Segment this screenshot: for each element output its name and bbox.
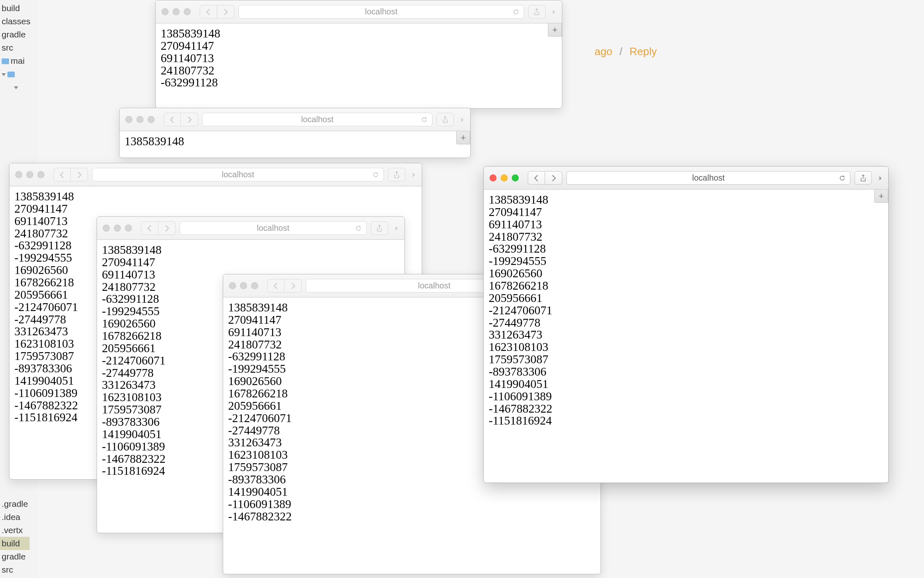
tree-item[interactable]	[0, 67, 37, 81]
maximize-button[interactable]	[148, 116, 155, 123]
address-text: localhost	[222, 170, 254, 179]
address-text: localhost	[365, 7, 397, 16]
chevron-left-icon	[170, 116, 175, 123]
minimize-button[interactable]	[26, 171, 33, 178]
nav-buttons	[53, 168, 88, 181]
back-button[interactable]	[528, 171, 545, 185]
address-bar[interactable]: localhost	[566, 171, 850, 185]
tree-item[interactable]: gradle	[0, 550, 30, 563]
reload-button[interactable]	[372, 171, 379, 179]
tree-item[interactable]: build	[0, 2, 37, 15]
safari-window: localhost ›› + 1385839148 270941147 6911…	[483, 166, 889, 483]
reload-button[interactable]	[420, 116, 428, 123]
tree-item[interactable]	[0, 81, 37, 94]
share-button[interactable]	[528, 5, 545, 19]
close-button[interactable]	[15, 171, 22, 178]
address-text: localhost	[418, 281, 450, 290]
chevron-left-icon	[534, 175, 539, 181]
forward-button[interactable]	[217, 5, 234, 19]
safari-window: localhost ›› + 1385839148	[119, 108, 471, 158]
reload-button[interactable]	[512, 8, 520, 16]
nav-buttons	[528, 171, 562, 185]
maximize-button[interactable]	[512, 174, 519, 181]
forward-button[interactable]	[181, 113, 198, 126]
share-icon	[376, 225, 383, 232]
chevron-left-icon	[147, 225, 152, 232]
share-icon	[534, 8, 540, 16]
share-button[interactable]	[855, 171, 872, 185]
share-icon	[393, 171, 400, 179]
tree-item[interactable]: .vertx	[0, 524, 30, 537]
chevron-right-icon	[187, 116, 192, 123]
tree-item[interactable]: src	[0, 563, 30, 576]
close-button[interactable]	[103, 225, 110, 232]
comment-time: ago	[594, 45, 612, 58]
page-content: 1385839148 270941147 691140713 241807732…	[484, 190, 888, 431]
back-button[interactable]	[141, 221, 158, 235]
overflow-button[interactable]: ››	[392, 224, 399, 232]
traffic-lights	[15, 171, 44, 178]
reload-icon	[372, 171, 379, 179]
overflow-button[interactable]: ››	[409, 170, 416, 179]
tree-item[interactable]: .idea	[0, 511, 30, 524]
reload-button[interactable]	[355, 225, 362, 232]
overflow-button[interactable]: ››	[458, 115, 464, 124]
tree-item[interactable]: build	[0, 537, 30, 550]
new-tab-button[interactable]: +	[456, 131, 470, 144]
overflow-button[interactable]: ››	[876, 174, 882, 182]
forward-button[interactable]	[71, 168, 88, 181]
back-button[interactable]	[53, 168, 71, 181]
forward-button[interactable]	[158, 221, 176, 235]
close-button[interactable]	[162, 8, 169, 15]
share-button[interactable]	[371, 221, 388, 235]
minimize-button[interactable]	[136, 116, 143, 123]
address-bar[interactable]: localhost	[180, 221, 367, 235]
comment-meta: ago / Reply	[594, 45, 657, 58]
close-button[interactable]	[229, 282, 236, 289]
minimize-button[interactable]	[173, 8, 180, 15]
minimize-button[interactable]	[114, 225, 121, 232]
reload-button[interactable]	[839, 174, 846, 182]
maximize-button[interactable]	[37, 171, 44, 178]
traffic-lights	[229, 282, 258, 289]
minimize-button[interactable]	[501, 174, 508, 181]
traffic-lights	[490, 174, 519, 181]
close-button[interactable]	[490, 174, 497, 181]
back-button[interactable]	[164, 113, 181, 126]
address-text: localhost	[301, 115, 334, 124]
share-button[interactable]	[388, 168, 405, 181]
new-tab-button[interactable]: +	[548, 23, 562, 37]
maximize-button[interactable]	[184, 8, 191, 15]
address-bar[interactable]: localhost	[92, 168, 384, 181]
nav-buttons	[141, 221, 176, 235]
forward-button[interactable]	[284, 279, 302, 292]
maximize-button[interactable]	[125, 225, 132, 232]
tree-item[interactable]: classes	[0, 15, 37, 28]
reload-icon	[355, 225, 362, 232]
address-bar[interactable]: localhost	[238, 5, 524, 19]
tree-item[interactable]: mai	[0, 54, 37, 67]
close-button[interactable]	[125, 116, 132, 123]
traffic-lights	[125, 116, 155, 123]
address-bar[interactable]: localhost	[202, 113, 432, 126]
share-button[interactable]	[437, 113, 454, 126]
maximize-button[interactable]	[251, 282, 258, 289]
share-icon	[442, 116, 448, 123]
tree-item[interactable]: gradle	[0, 28, 37, 41]
forward-button[interactable]	[545, 171, 562, 185]
chevron-right-icon	[291, 283, 296, 289]
tree-item[interactable]: .gradle	[0, 497, 30, 511]
nav-buttons	[267, 279, 302, 292]
reply-link[interactable]: Reply	[630, 45, 657, 58]
tree-item[interactable]: src	[0, 41, 37, 54]
back-button[interactable]	[267, 279, 284, 292]
back-button[interactable]	[200, 5, 217, 19]
overflow-button[interactable]: ››	[550, 7, 556, 16]
new-tab-button[interactable]: +	[874, 190, 888, 203]
chevron-right-icon	[164, 225, 169, 232]
nav-buttons	[164, 113, 198, 126]
minimize-button[interactable]	[240, 282, 247, 289]
page-content: 1385839148 270941147 691140713 241807732…	[156, 23, 562, 93]
toolbar: localhost ››	[156, 0, 562, 23]
toolbar: localhost ››	[97, 217, 404, 240]
